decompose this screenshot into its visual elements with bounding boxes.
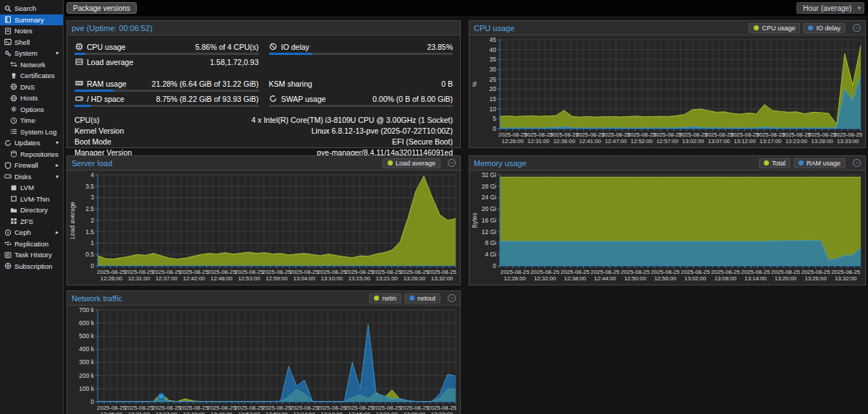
sidebar-item-directory[interactable]: Directory: [0, 204, 63, 216]
collapse-icon[interactable]: −: [448, 294, 456, 302]
sidebar-item-summary[interactable]: Summary: [0, 14, 63, 26]
sidebar-item-search[interactable]: Search: [0, 3, 63, 14]
sidebar-item-label: Search: [14, 4, 36, 12]
svg-text:2025-08-25: 2025-08-25: [501, 269, 530, 275]
svg-text:12:48:00: 12:48:00: [210, 275, 233, 282]
package-versions-button[interactable]: Package versions: [67, 2, 137, 14]
info-value: EFI (Secure Boot): [392, 137, 453, 146]
search-icon: [4, 5, 12, 12]
svg-text:12:31:00: 12:31:00: [128, 275, 150, 282]
chart-plot: 051015202530354045%2025-08-2512:26:00202…: [469, 35, 865, 147]
sidebar-item-firewall[interactable]: Firewall▸: [0, 160, 63, 171]
node-status-body: CPU usage5.86% of 4 CPU(s)Load average1.…: [67, 35, 460, 168]
sidebar-item-label: Shell: [14, 38, 30, 46]
hdd-icon: [75, 95, 83, 103]
sidebar-item-repositories[interactable]: Repositories: [0, 149, 63, 160]
sidebar-item-zfs[interactable]: ZFS: [0, 216, 63, 228]
sidebar-item-time[interactable]: Time: [0, 115, 63, 126]
gauge-value: 0 B: [441, 79, 453, 88]
sidebar-item-dns[interactable]: DNS: [0, 82, 63, 93]
gauge-label: SWAP usage: [281, 95, 326, 103]
cpu-usage-chart-panel: CPU usageCPU usageIO delay−0510152025303…: [469, 20, 866, 148]
node-status-header: pve (Uptime: 00:06:52): [67, 21, 460, 35]
svg-text:2025-08-25: 2025-08-25: [124, 269, 154, 275]
gauge-value: 1.58,1.72,0.93: [210, 58, 258, 66]
svg-text:2025-08-25: 2025-08-25: [627, 131, 657, 138]
svg-text:12:26:00: 12:26:00: [101, 411, 123, 414]
sidebar-item-notes[interactable]: Notes: [0, 25, 63, 37]
sidebar-item-updates[interactable]: Updates▾: [0, 137, 63, 149]
collapse-icon[interactable]: −: [853, 24, 861, 32]
gauge-bar-fill: [75, 53, 85, 55]
gauge-bar-track: [75, 53, 259, 55]
gauge-label: Load average: [87, 58, 133, 66]
svg-text:2025-08-25: 2025-08-25: [234, 269, 264, 275]
info-value: Linux 6.8.12-13-pve (2025-07-22T10:00Z): [311, 126, 453, 135]
svg-text:30: 30: [490, 66, 497, 73]
gauge-bar-track: [269, 53, 454, 55]
timeframe-select[interactable]: Hour (average) ▾: [796, 2, 864, 14]
svg-text:13:26:00: 13:26:00: [804, 275, 827, 282]
svg-text:2025-08-25: 2025-08-25: [831, 269, 861, 275]
svg-text:2025-08-25: 2025-08-25: [731, 131, 760, 138]
sidebar-item-lvm-thin[interactable]: LVM-Thin: [0, 194, 63, 205]
svg-text:13:10:00: 13:10:00: [321, 275, 344, 282]
sidebar-item-network[interactable]: Network: [0, 59, 63, 71]
legend-item-cpu-usage[interactable]: CPU usage: [749, 23, 800, 33]
svg-text:2025-08-25: 2025-08-25: [681, 269, 710, 275]
svg-text:13:21:00: 13:21:00: [376, 275, 399, 282]
svg-text:2025-08-25: 2025-08-25: [801, 269, 831, 275]
legend-item-io-delay[interactable]: IO delay: [803, 23, 846, 33]
gauge-row-load-average: Load average1.58,1.72,0.93: [75, 56, 259, 72]
top-toolbar: Package versions Hour (average) ▾: [64, 0, 868, 16]
timeframe-value: Hour (average): [803, 4, 851, 12]
chart-title: Network traffic: [72, 294, 122, 303]
svg-text:12:57:00: 12:57:00: [657, 138, 679, 145]
sidebar-item-disks[interactable]: Disks▾: [0, 171, 63, 183]
sidebar-item-shell[interactable]: Shell: [0, 37, 63, 48]
gauge-column-right: IO delay23.85%KSM sharing0 BSWAP usage0.…: [269, 41, 454, 108]
sidebar-item-system[interactable]: System▾: [0, 48, 63, 59]
legend-item-netout[interactable]: netout: [404, 293, 441, 303]
gauge-row-ksm-sharing: KSM sharing0 B: [269, 78, 454, 93]
svg-text:12:37:00: 12:37:00: [156, 411, 178, 414]
info-value: 4 x Intel(R) Core(TM) i3-8109U CPU @ 3.0…: [252, 116, 454, 124]
svg-text:0.5: 0.5: [85, 251, 94, 258]
lifering-icon: [4, 262, 12, 269]
memory-usage-chart-panel: Memory usageTotalRAM usage−04 Gi8 Gi12 G…: [469, 155, 866, 285]
svg-text:13:32:00: 13:32:00: [431, 275, 454, 282]
sidebar-item-subscription[interactable]: Subscription: [0, 261, 63, 272]
svg-text:12:50:00: 12:50:00: [624, 275, 647, 282]
sidebar-item-options[interactable]: Options: [0, 104, 63, 116]
svg-text:400 k: 400 k: [79, 345, 95, 353]
sidebar-item-hosts[interactable]: Hosts: [0, 92, 63, 104]
caret-down-icon: ▾: [56, 50, 59, 56]
collapse-icon[interactable]: −: [853, 159, 861, 167]
legend-dot-icon: [808, 25, 813, 30]
sidebar-item-label: Firewall: [14, 161, 38, 169]
node-status-title: pve (Uptime: 00:06:52): [72, 24, 153, 33]
svg-text:2025-08-25: 2025-08-25: [373, 269, 402, 275]
sidebar-item-replication[interactable]: Replication: [0, 238, 63, 250]
svg-text:2025-08-25: 2025-08-25: [234, 405, 264, 411]
legend-item-load-average[interactable]: Load average: [383, 158, 441, 168]
svg-text:12:53:00: 12:53:00: [238, 411, 260, 414]
ceph-icon: [4, 229, 12, 236]
sidebar-item-system-log[interactable]: System Log: [0, 126, 63, 138]
sidebar-item-certificates[interactable]: Certificates: [0, 70, 63, 82]
collapse-icon[interactable]: −: [448, 159, 456, 167]
sidebar-item-label: ZFS: [20, 217, 33, 225]
legend-item-netin[interactable]: netin: [369, 293, 401, 303]
legend-dot-icon: [799, 160, 804, 165]
sidebar-item-task-history[interactable]: Task History: [0, 249, 63, 261]
list-icon: [9, 128, 17, 135]
legend-item-total[interactable]: Total: [759, 158, 791, 168]
svg-text:0: 0: [90, 262, 94, 269]
sidebar-item-ceph[interactable]: Ceph▸: [0, 227, 63, 238]
legend-item-ram-usage[interactable]: RAM usage: [793, 158, 846, 168]
ban-icon: [269, 43, 278, 51]
caret-down-icon: ▾: [56, 139, 59, 146]
globe-icon: [9, 95, 17, 102]
svg-text:12:38:00: 12:38:00: [564, 275, 587, 282]
sidebar-item-lvm[interactable]: LVM: [0, 182, 63, 194]
